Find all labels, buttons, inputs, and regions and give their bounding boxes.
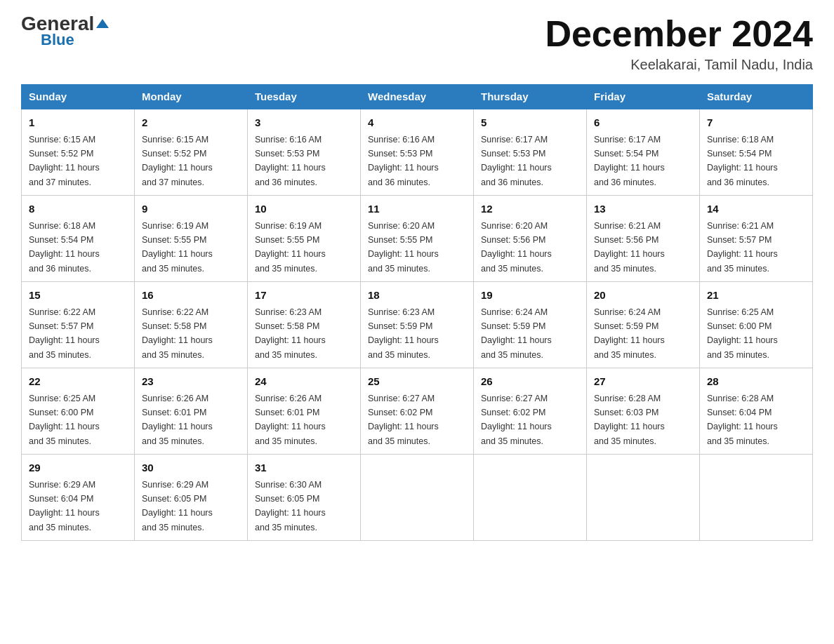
day-info: Sunrise: 6:26 AMSunset: 6:01 PMDaylight:… xyxy=(142,394,213,446)
day-info: Sunrise: 6:23 AMSunset: 5:58 PMDaylight:… xyxy=(255,307,326,360)
day-number: 21 xyxy=(707,288,805,304)
day-info: Sunrise: 6:23 AMSunset: 5:59 PMDaylight:… xyxy=(368,307,439,360)
day-number: 10 xyxy=(255,201,353,217)
week-row-3: 15 Sunrise: 6:22 AMSunset: 5:57 PMDaylig… xyxy=(22,282,813,368)
day-info: Sunrise: 6:20 AMSunset: 5:56 PMDaylight:… xyxy=(481,221,552,274)
day-number: 25 xyxy=(368,374,466,390)
logo: General Blue xyxy=(21,14,109,49)
day-number: 24 xyxy=(255,374,353,390)
calendar-cell: 30 Sunrise: 6:29 AMSunset: 6:05 PMDaylig… xyxy=(135,455,248,541)
day-info: Sunrise: 6:29 AMSunset: 6:05 PMDaylight:… xyxy=(142,480,213,532)
day-info: Sunrise: 6:22 AMSunset: 5:57 PMDaylight:… xyxy=(29,307,100,360)
week-row-1: 1 Sunrise: 6:15 AMSunset: 5:52 PMDayligh… xyxy=(22,109,813,196)
day-number: 14 xyxy=(707,201,805,217)
day-info: Sunrise: 6:24 AMSunset: 5:59 PMDaylight:… xyxy=(481,307,552,360)
header-monday: Monday xyxy=(135,85,248,109)
day-info: Sunrise: 6:17 AMSunset: 5:53 PMDaylight:… xyxy=(481,135,552,187)
day-info: Sunrise: 6:28 AMSunset: 6:03 PMDaylight:… xyxy=(594,394,665,446)
day-info: Sunrise: 6:15 AMSunset: 5:52 PMDaylight:… xyxy=(29,135,100,187)
calendar-cell: 5 Sunrise: 6:17 AMSunset: 5:53 PMDayligh… xyxy=(474,109,587,196)
calendar-cell: 31 Sunrise: 6:30 AMSunset: 6:05 PMDaylig… xyxy=(248,455,361,541)
calendar-cell: 23 Sunrise: 6:26 AMSunset: 6:01 PMDaylig… xyxy=(135,368,248,455)
calendar-cell: 12 Sunrise: 6:20 AMSunset: 5:56 PMDaylig… xyxy=(474,196,587,282)
title-area: December 2024 Keelakarai, Tamil Nadu, In… xyxy=(545,14,813,73)
calendar-table: SundayMondayTuesdayWednesdayThursdayFrid… xyxy=(21,84,813,541)
day-info: Sunrise: 6:18 AMSunset: 5:54 PMDaylight:… xyxy=(707,135,778,187)
calendar-cell: 25 Sunrise: 6:27 AMSunset: 6:02 PMDaylig… xyxy=(361,368,474,455)
week-row-4: 22 Sunrise: 6:25 AMSunset: 6:00 PMDaylig… xyxy=(22,368,813,455)
calendar-cell: 13 Sunrise: 6:21 AMSunset: 5:56 PMDaylig… xyxy=(587,196,700,282)
day-number: 15 xyxy=(29,288,127,304)
calendar-cell: 16 Sunrise: 6:22 AMSunset: 5:58 PMDaylig… xyxy=(135,282,248,368)
day-number: 17 xyxy=(255,288,353,304)
calendar-cell: 15 Sunrise: 6:22 AMSunset: 5:57 PMDaylig… xyxy=(22,282,135,368)
calendar-cell: 28 Sunrise: 6:28 AMSunset: 6:04 PMDaylig… xyxy=(700,368,813,455)
day-info: Sunrise: 6:27 AMSunset: 6:02 PMDaylight:… xyxy=(481,394,552,446)
day-info: Sunrise: 6:15 AMSunset: 5:52 PMDaylight:… xyxy=(142,135,213,187)
day-number: 8 xyxy=(29,201,127,217)
day-number: 23 xyxy=(142,374,240,390)
calendar-cell: 18 Sunrise: 6:23 AMSunset: 5:59 PMDaylig… xyxy=(361,282,474,368)
day-number: 2 xyxy=(142,115,240,131)
day-number: 6 xyxy=(594,115,692,131)
calendar-cell: 10 Sunrise: 6:19 AMSunset: 5:55 PMDaylig… xyxy=(248,196,361,282)
day-number: 19 xyxy=(481,288,579,304)
day-number: 16 xyxy=(142,288,240,304)
header-saturday: Saturday xyxy=(700,85,813,109)
day-info: Sunrise: 6:27 AMSunset: 6:02 PMDaylight:… xyxy=(368,394,439,446)
day-number: 5 xyxy=(481,115,579,131)
day-info: Sunrise: 6:25 AMSunset: 6:00 PMDaylight:… xyxy=(29,394,100,446)
day-info: Sunrise: 6:16 AMSunset: 5:53 PMDaylight:… xyxy=(368,135,439,187)
day-info: Sunrise: 6:18 AMSunset: 5:54 PMDaylight:… xyxy=(29,221,100,274)
calendar-cell: 26 Sunrise: 6:27 AMSunset: 6:02 PMDaylig… xyxy=(474,368,587,455)
calendar-cell: 22 Sunrise: 6:25 AMSunset: 6:00 PMDaylig… xyxy=(22,368,135,455)
calendar-cell xyxy=(474,455,587,541)
page-header: General Blue December 2024 Keelakarai, T… xyxy=(21,14,813,73)
day-number: 27 xyxy=(594,374,692,390)
day-number: 9 xyxy=(142,201,240,217)
day-number: 28 xyxy=(707,374,805,390)
day-number: 18 xyxy=(368,288,466,304)
day-info: Sunrise: 6:28 AMSunset: 6:04 PMDaylight:… xyxy=(707,394,778,446)
calendar-cell: 14 Sunrise: 6:21 AMSunset: 5:57 PMDaylig… xyxy=(700,196,813,282)
calendar-cell: 4 Sunrise: 6:16 AMSunset: 5:53 PMDayligh… xyxy=(361,109,474,196)
calendar-cell: 11 Sunrise: 6:20 AMSunset: 5:55 PMDaylig… xyxy=(361,196,474,282)
calendar-cell: 9 Sunrise: 6:19 AMSunset: 5:55 PMDayligh… xyxy=(135,196,248,282)
header-sunday: Sunday xyxy=(22,85,135,109)
day-info: Sunrise: 6:29 AMSunset: 6:04 PMDaylight:… xyxy=(29,480,100,532)
day-number: 4 xyxy=(368,115,466,131)
week-row-5: 29 Sunrise: 6:29 AMSunset: 6:04 PMDaylig… xyxy=(22,455,813,541)
day-info: Sunrise: 6:19 AMSunset: 5:55 PMDaylight:… xyxy=(142,221,213,274)
location-text: Keelakarai, Tamil Nadu, India xyxy=(545,57,813,73)
calendar-cell: 8 Sunrise: 6:18 AMSunset: 5:54 PMDayligh… xyxy=(22,196,135,282)
day-info: Sunrise: 6:22 AMSunset: 5:58 PMDaylight:… xyxy=(142,307,213,360)
calendar-cell: 3 Sunrise: 6:16 AMSunset: 5:53 PMDayligh… xyxy=(248,109,361,196)
calendar-cell: 20 Sunrise: 6:24 AMSunset: 5:59 PMDaylig… xyxy=(587,282,700,368)
header-friday: Friday xyxy=(587,85,700,109)
day-number: 20 xyxy=(594,288,692,304)
day-number: 1 xyxy=(29,115,127,131)
day-info: Sunrise: 6:24 AMSunset: 5:59 PMDaylight:… xyxy=(594,307,665,360)
day-number: 13 xyxy=(594,201,692,217)
calendar-cell xyxy=(361,455,474,541)
day-number: 29 xyxy=(29,460,127,476)
header-wednesday: Wednesday xyxy=(361,85,474,109)
month-title: December 2024 xyxy=(545,14,813,54)
day-info: Sunrise: 6:16 AMSunset: 5:53 PMDaylight:… xyxy=(255,135,326,187)
day-number: 12 xyxy=(481,201,579,217)
header-tuesday: Tuesday xyxy=(248,85,361,109)
day-number: 7 xyxy=(707,115,805,131)
day-info: Sunrise: 6:17 AMSunset: 5:54 PMDaylight:… xyxy=(594,135,665,187)
calendar-cell: 6 Sunrise: 6:17 AMSunset: 5:54 PMDayligh… xyxy=(587,109,700,196)
day-info: Sunrise: 6:21 AMSunset: 5:57 PMDaylight:… xyxy=(707,221,778,274)
calendar-cell: 17 Sunrise: 6:23 AMSunset: 5:58 PMDaylig… xyxy=(248,282,361,368)
calendar-cell: 19 Sunrise: 6:24 AMSunset: 5:59 PMDaylig… xyxy=(474,282,587,368)
day-info: Sunrise: 6:19 AMSunset: 5:55 PMDaylight:… xyxy=(255,221,326,274)
week-row-2: 8 Sunrise: 6:18 AMSunset: 5:54 PMDayligh… xyxy=(22,196,813,282)
day-info: Sunrise: 6:30 AMSunset: 6:05 PMDaylight:… xyxy=(255,480,326,532)
day-info: Sunrise: 6:25 AMSunset: 6:00 PMDaylight:… xyxy=(707,307,778,360)
calendar-header-row: SundayMondayTuesdayWednesdayThursdayFrid… xyxy=(22,85,813,109)
calendar-cell: 21 Sunrise: 6:25 AMSunset: 6:00 PMDaylig… xyxy=(700,282,813,368)
day-number: 22 xyxy=(29,374,127,390)
calendar-cell xyxy=(587,455,700,541)
